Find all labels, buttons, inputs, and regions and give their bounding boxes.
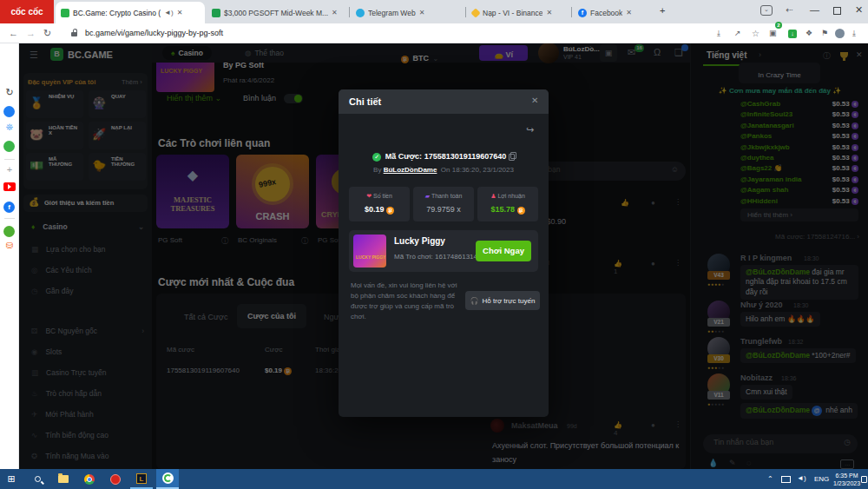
chat-rules-icon[interactable]: ✎ xyxy=(729,459,736,467)
history-icon[interactable]: ↻ xyxy=(0,87,19,98)
user-avatar[interactable] xyxy=(538,43,559,63)
coccoc-brand-logo[interactable]: cốc cốc xyxy=(0,0,54,23)
language-indicator[interactable]: ENG xyxy=(814,475,829,483)
header-username[interactable]: BúLozDồ... xyxy=(563,45,600,53)
support-button[interactable]: 🎧Hỗ trợ trực tuyến xyxy=(465,291,540,310)
chat-close-icon[interactable]: ✕ xyxy=(856,50,863,59)
chat-input[interactable] xyxy=(712,437,833,447)
currency-selector[interactable]: ₿ BTC ⌄ xyxy=(401,49,438,64)
taskbar-search-icon[interactable] xyxy=(26,469,49,489)
vip-tile-missions[interactable]: 🏅NHIỆM VỤ xyxy=(26,90,83,118)
copy-icon[interactable] xyxy=(509,152,515,159)
vip-tile-spin[interactable]: 🎡QUAY xyxy=(89,90,146,118)
sidebar-item-volatility[interactable]: ∿Tính biến động cao xyxy=(31,427,144,443)
vip-tile-reload[interactable]: 🚀NẠP LẠI xyxy=(89,122,146,149)
flag-icon[interactable]: ⚑ xyxy=(821,23,828,43)
bookmark-star-icon[interactable]: ☆ xyxy=(752,23,760,43)
chat-bubble-icon[interactable]: ❑ xyxy=(674,47,683,58)
play-now-button[interactable]: Chơi Ngay xyxy=(476,241,531,261)
emoji-clock-icon[interactable]: ◷ xyxy=(844,438,851,446)
winner-name[interactable]: @CashGrab xyxy=(740,100,780,108)
vip-tile-bonus-code[interactable]: 💵MÃ THƯỞNG xyxy=(26,153,83,181)
tab-close-icon[interactable]: ✕ xyxy=(177,9,183,17)
like-icon[interactable]: 👍 xyxy=(621,199,629,207)
chrome-icon[interactable] xyxy=(78,469,101,489)
chat-bet-link[interactable]: Mã cược: 17558124716... › xyxy=(775,233,859,241)
wallet-button[interactable]: 👝 Ví xyxy=(479,45,528,61)
zalo-icon[interactable]: ❊ xyxy=(0,122,19,132)
sidebar-item-live-casino[interactable]: ▥Casino Trực tuyến xyxy=(31,365,144,380)
taskbar-clock[interactable]: 6:35 PM1/23/2023 xyxy=(833,472,860,487)
sidebar-item-buyin[interactable]: ✪Tính năng Mua vào xyxy=(31,448,144,464)
sidebar-item-hot-games[interactable]: ♨Trò chơi hấp dẫn xyxy=(31,386,144,401)
mention[interactable]: @BúLozDồnDame xyxy=(746,351,810,360)
like-icon[interactable]: 👍 4 xyxy=(614,421,622,437)
winner-name[interactable]: @Bags22 👏 xyxy=(740,164,782,172)
tab-sports[interactable]: ◍Thể thao xyxy=(236,46,293,60)
bets-tab-mine[interactable]: Cược của tôi xyxy=(237,304,306,328)
winner-name[interactable]: @Pankos xyxy=(740,132,772,140)
save-page-icon[interactable]: ⤓ xyxy=(717,23,720,43)
rain-drop-icon[interactable]: 💧 xyxy=(708,459,718,467)
comment-author[interactable]: MaksatMeua xyxy=(511,421,558,430)
vip-tile-bonus[interactable]: 🐤TIỀN THƯỞNG xyxy=(89,153,146,181)
chat-username[interactable]: Như ý 2020 xyxy=(740,301,783,309)
more-menu-icon[interactable]: ⋮ xyxy=(674,259,681,267)
show-more-link[interactable]: Hiển thị thêm ⌄ xyxy=(167,94,221,102)
sidebar-item-originals[interactable]: ⚄BC Nguyên gốc› xyxy=(31,323,144,339)
tab-close-icon[interactable]: ✕ xyxy=(626,9,632,17)
network-icon[interactable] xyxy=(781,476,791,483)
winner-name[interactable]: @Jkbwjkxkjwb xyxy=(740,143,790,151)
comments-toggle[interactable] xyxy=(284,94,303,103)
info-icon[interactable]: ⓘ xyxy=(221,236,228,246)
tab-search-icon[interactable]: ⌄ xyxy=(760,5,773,16)
green-app-icon[interactable] xyxy=(3,226,15,237)
tab-audio-icon[interactable]: ◄) xyxy=(164,9,174,17)
file-explorer-icon[interactable] xyxy=(52,469,75,489)
bets-tab-all[interactable]: Tất cả Cược xyxy=(184,313,227,321)
chat-username[interactable]: Nobitazz xyxy=(740,373,773,382)
reload-icon[interactable]: ↻ xyxy=(43,23,51,43)
tray-chevron-icon[interactable]: ⌃ xyxy=(767,475,773,483)
trophy-icon[interactable] xyxy=(840,52,848,58)
modal-close-icon[interactable]: ✕ xyxy=(531,96,538,105)
share-page-icon[interactable]: ↗ xyxy=(734,23,741,43)
facebook-rail-icon[interactable]: f xyxy=(3,202,15,213)
info-icon[interactable]: ⓘ xyxy=(301,236,308,246)
winner-name[interactable]: @InfiniteSoul23 xyxy=(740,110,792,118)
referral-button[interactable]: 💰 Giới thiệu và kiếm tiền xyxy=(23,195,148,212)
profile-avatar-icon[interactable] xyxy=(835,29,845,38)
bet-id-value[interactable]: 1755813019119607640 xyxy=(424,152,507,161)
red-app-icon[interactable] xyxy=(104,469,127,489)
coccoc-taskbar-icon[interactable] xyxy=(156,469,179,489)
chat-lang-tab[interactable]: Tiếng việt xyxy=(707,50,747,60)
dislike-icon[interactable]: ● xyxy=(651,199,655,207)
browser-tab-telegram[interactable]: Telegram Web ✕ xyxy=(351,2,464,23)
browser-tab-bcgame[interactable]: BC.Game: Crypto Casino ( ◄) ✕ xyxy=(56,2,205,23)
avatar[interactable] xyxy=(490,419,504,433)
chat-room-icon[interactable]: ◌ xyxy=(746,459,751,467)
back-icon[interactable]: ← xyxy=(9,23,18,43)
lock-icon[interactable] xyxy=(71,32,77,36)
start-button[interactable]: ⊞ xyxy=(0,469,23,489)
tab-close-icon[interactable]: ✕ xyxy=(332,9,338,17)
vip-more-link[interactable]: Thêm › xyxy=(122,78,142,86)
browser-tab-pgsoft[interactable]: $3,000 PGSOFT Mid-Week M... ✕ xyxy=(207,2,347,23)
winner-name[interactable]: @Jayaraman india xyxy=(740,175,802,183)
volume-icon[interactable]: ◄) xyxy=(797,474,806,482)
sidebar-item-picks[interactable]: ▦Lựa chọn cho bạn xyxy=(31,241,144,257)
mail-icon[interactable]: ✉16 xyxy=(628,47,635,58)
chat-username[interactable]: R I P kingmen xyxy=(740,254,792,262)
winner-name[interactable]: @Janatanasgari xyxy=(740,122,794,129)
sidebar-item-slots[interactable]: ◉Slots xyxy=(31,344,144,360)
chat-show-more-button[interactable]: Hiển thị thêm › xyxy=(740,208,858,221)
dislike-icon[interactable]: ● xyxy=(651,421,655,429)
youtube-icon[interactable] xyxy=(3,182,16,191)
bcgame-logo-text[interactable]: BC.GAME xyxy=(68,50,113,60)
more-menu-icon[interactable]: ⋮ xyxy=(674,198,681,206)
downloader-extension-icon[interactable]: ↓ xyxy=(788,30,797,38)
bell-icon[interactable]: Ω xyxy=(654,47,661,57)
add-app-icon[interactable]: + xyxy=(0,164,19,175)
winner-name[interactable]: @Aagam shah xyxy=(740,186,788,194)
window-maximize-button[interactable] xyxy=(833,7,841,15)
